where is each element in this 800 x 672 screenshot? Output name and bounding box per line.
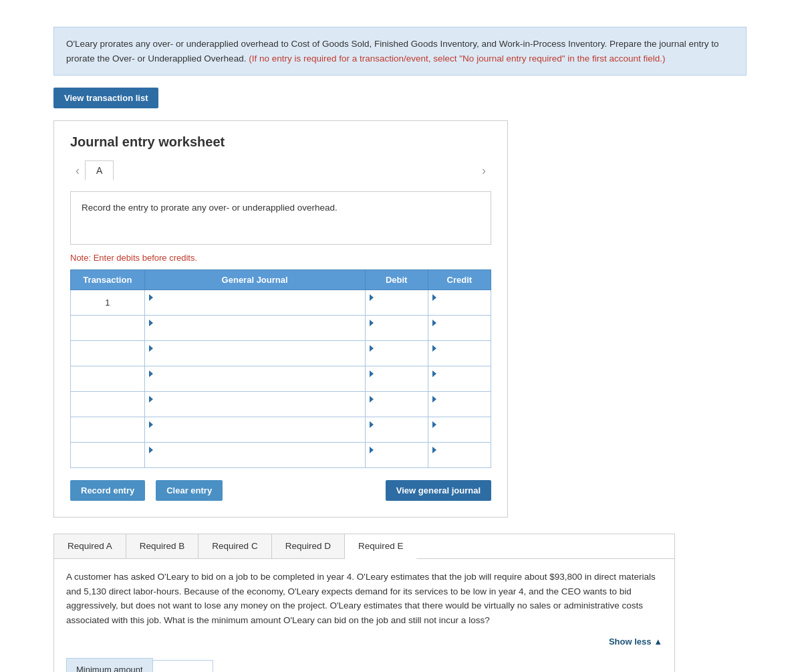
general-journal-input[interactable]: [149, 328, 361, 339]
view-general-journal-button[interactable]: View general journal: [386, 480, 491, 501]
worksheet-note: Note: Enter debits before credits.: [70, 253, 491, 263]
general-journal-input[interactable]: [149, 455, 361, 466]
required-tabs-section: Required A Required B Required C Require…: [53, 534, 675, 672]
credit-input[interactable]: [432, 302, 487, 314]
triangle-icon: [370, 320, 374, 326]
credit-cell[interactable]: [428, 417, 491, 443]
credit-cell[interactable]: [428, 290, 491, 316]
debit-cell[interactable]: [365, 366, 428, 392]
general-journal-cell[interactable]: [144, 341, 365, 366]
general-journal-input[interactable]: [149, 353, 361, 364]
worksheet-card: Journal entry worksheet ‹ A › Record the…: [53, 120, 508, 518]
journal-table: Transaction General Journal Debit Credit…: [70, 269, 491, 468]
credit-input[interactable]: [432, 328, 487, 339]
table-row: [71, 341, 491, 366]
tab-required-c[interactable]: Required C: [198, 534, 271, 558]
triangle-icon: [149, 396, 153, 403]
minimum-amount-row: Minimum amount: [66, 658, 662, 672]
debit-input[interactable]: [370, 455, 424, 466]
tab-required-b[interactable]: Required B: [126, 534, 199, 558]
credit-cell[interactable]: [428, 443, 491, 468]
debit-cell[interactable]: [365, 290, 428, 316]
triangle-icon: [370, 396, 374, 403]
debit-input[interactable]: [370, 353, 424, 364]
next-tab-button[interactable]: ›: [477, 161, 491, 181]
triangle-icon: [149, 345, 153, 352]
minimum-amount-label: Minimum amount: [66, 658, 153, 672]
triangle-icon: [432, 294, 436, 301]
minimum-amount-input[interactable]: [153, 660, 213, 672]
triangle-icon: [432, 396, 436, 403]
table-row: [71, 366, 491, 392]
worksheet-description: Record the entry to prorate any over- or…: [70, 191, 491, 245]
credit-cell[interactable]: [428, 366, 491, 392]
general-journal-input[interactable]: [149, 404, 361, 415]
credit-cell[interactable]: [428, 341, 491, 366]
show-less-button[interactable]: Show less ▲: [609, 637, 662, 647]
triangle-icon: [149, 421, 153, 428]
view-transaction-list-button[interactable]: View transaction list: [53, 88, 158, 108]
general-journal-cell[interactable]: [144, 366, 365, 392]
general-journal-cell[interactable]: [144, 443, 365, 468]
tab-a[interactable]: A: [85, 160, 114, 181]
tab-required-a[interactable]: Required A: [54, 534, 126, 558]
table-row: [71, 392, 491, 417]
general-journal-cell[interactable]: [144, 290, 365, 316]
general-journal-cell[interactable]: [144, 417, 365, 443]
general-journal-cell[interactable]: [144, 392, 365, 417]
col-general-journal: General Journal: [144, 270, 365, 290]
worksheet-title: Journal entry worksheet: [70, 134, 491, 150]
triangle-icon: [432, 370, 436, 377]
tab-required-e[interactable]: Required E: [345, 534, 417, 559]
transaction-cell: [71, 443, 145, 468]
triangle-icon: [432, 345, 436, 352]
credit-input[interactable]: [432, 429, 487, 441]
prev-tab-button[interactable]: ‹: [70, 161, 85, 181]
credit-input[interactable]: [432, 404, 487, 415]
info-box: O'Leary prorates any over- or underappli…: [53, 27, 747, 76]
general-journal-input[interactable]: [149, 378, 361, 390]
col-credit: Credit: [428, 270, 491, 290]
tab-required-d[interactable]: Required D: [272, 534, 345, 558]
debit-cell[interactable]: [365, 392, 428, 417]
triangle-icon: [432, 421, 436, 428]
credit-input[interactable]: [432, 353, 487, 364]
transaction-cell: [71, 366, 145, 392]
tab-content-text: A customer has asked O'Leary to bid on a…: [66, 570, 662, 627]
col-debit: Debit: [365, 270, 428, 290]
triangle-icon: [370, 345, 374, 352]
transaction-cell: [71, 417, 145, 443]
transaction-cell: [71, 316, 145, 341]
triangle-icon: [370, 421, 374, 428]
debit-cell[interactable]: [365, 417, 428, 443]
general-journal-input[interactable]: [149, 302, 361, 314]
debit-cell[interactable]: [365, 443, 428, 468]
triangle-icon: [370, 294, 374, 301]
transaction-cell: [71, 392, 145, 417]
debit-input[interactable]: [370, 429, 424, 441]
credit-input[interactable]: [432, 455, 487, 466]
triangle-icon: [149, 294, 153, 301]
required-tab-content: A customer has asked O'Leary to bid on a…: [54, 559, 674, 672]
triangle-icon: [149, 370, 153, 377]
debit-input[interactable]: [370, 302, 424, 314]
debit-input[interactable]: [370, 328, 424, 339]
record-entry-button[interactable]: Record entry: [70, 480, 145, 501]
action-buttons: Record entry Clear entry View general jo…: [70, 480, 491, 501]
general-journal-input[interactable]: [149, 429, 361, 441]
table-row: [71, 417, 491, 443]
clear-entry-button[interactable]: Clear entry: [156, 480, 223, 501]
general-journal-cell[interactable]: [144, 316, 365, 341]
info-box-red-text: (If no entry is required for a transacti…: [249, 53, 665, 64]
debit-input[interactable]: [370, 378, 424, 390]
debit-cell[interactable]: [365, 341, 428, 366]
triangle-icon: [432, 320, 436, 326]
credit-cell[interactable]: [428, 392, 491, 417]
debit-input[interactable]: [370, 404, 424, 415]
worksheet-tab-row: ‹ A ›: [70, 160, 491, 181]
credit-input[interactable]: [432, 378, 487, 390]
credit-cell[interactable]: [428, 316, 491, 341]
debit-cell[interactable]: [365, 316, 428, 341]
required-tabs-header: Required A Required B Required C Require…: [54, 534, 674, 559]
transaction-cell: [71, 341, 145, 366]
